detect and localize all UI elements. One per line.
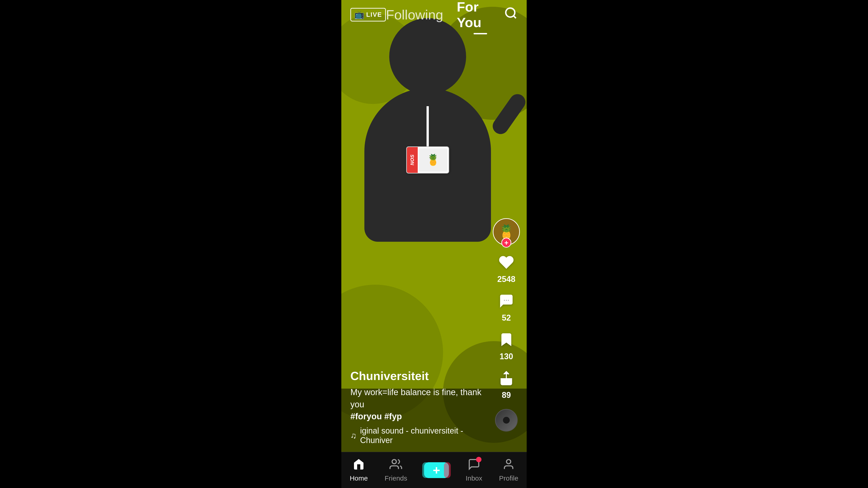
- app-screen: NOS 🍍 📺 LIVE Following For You: [341, 0, 527, 488]
- share-icon: [498, 370, 514, 389]
- music-note-icon: ♫: [350, 431, 356, 440]
- bottom-navigation: Home Friends +: [341, 452, 527, 488]
- svg-line-1: [514, 16, 516, 18]
- svg-point-7: [506, 459, 511, 464]
- tab-following[interactable]: Following: [386, 5, 443, 25]
- badge-red-section: NOS: [407, 147, 418, 173]
- bookmarks-count: 130: [500, 352, 513, 361]
- profile-icon: [502, 458, 515, 473]
- person-figure: NOS 🍍: [364, 18, 491, 242]
- lanyard-strap: [427, 106, 429, 147]
- plus-icon: +: [433, 463, 440, 477]
- nav-create[interactable]: +: [424, 462, 449, 478]
- person-body: NOS 🍍: [364, 88, 491, 242]
- nav-friends[interactable]: Friends: [384, 458, 407, 482]
- top-navigation: 📺 LIVE Following For You: [341, 0, 527, 29]
- home-icon: [352, 458, 365, 473]
- home-label: Home: [350, 475, 368, 482]
- nav-profile[interactable]: Profile: [499, 458, 518, 482]
- shares-count: 89: [502, 390, 511, 400]
- video-caption: My work=life balance is fine, thank you …: [350, 386, 482, 422]
- phone-container: NOS 🍍 📺 LIVE Following For You: [276, 0, 592, 488]
- bottom-info-panel: Chuniversiteit My work=life balance is f…: [341, 362, 491, 452]
- badge: NOS 🍍: [406, 147, 449, 173]
- action-sidebar: 🍍 + 2548: [493, 218, 520, 431]
- badge-nos-text: NOS: [409, 155, 415, 165]
- badge-content: 🍍: [418, 148, 447, 172]
- heart-icon: [498, 254, 514, 273]
- share-action[interactable]: 89: [498, 370, 514, 400]
- nav-home[interactable]: Home: [350, 458, 368, 482]
- friends-icon: [390, 458, 402, 473]
- svg-point-4: [508, 300, 509, 301]
- svg-point-0: [506, 8, 515, 17]
- creator-avatar-container[interactable]: 🍍 +: [493, 218, 520, 246]
- tv-icon: 📺: [354, 10, 364, 20]
- create-button[interactable]: +: [424, 462, 449, 478]
- comments-count: 52: [502, 313, 511, 323]
- comment-icon: [498, 293, 514, 311]
- friends-label: Friends: [384, 475, 407, 482]
- live-label: LIVE: [366, 11, 382, 18]
- inbox-notification-dot: [476, 457, 482, 462]
- like-action[interactable]: 2548: [497, 254, 515, 284]
- inbox-label: Inbox: [466, 475, 482, 482]
- sound-bar[interactable]: ♫ iginal sound - chuniversiteit - Chuniv…: [350, 426, 482, 445]
- svg-point-6: [392, 459, 397, 464]
- search-button[interactable]: [504, 6, 518, 23]
- bookmark-action[interactable]: 130: [498, 332, 514, 361]
- lanyard: NOS 🍍: [406, 106, 449, 173]
- nav-tabs: Following For You: [386, 0, 504, 33]
- music-disc: [495, 409, 518, 431]
- profile-label: Profile: [499, 475, 518, 482]
- comment-action[interactable]: 52: [498, 293, 514, 323]
- creator-name[interactable]: Chuniversiteit: [350, 369, 482, 383]
- follow-plus-button[interactable]: +: [501, 238, 511, 248]
- likes-count: 2548: [497, 274, 515, 284]
- caption-text: My work=life balance is fine, thank you: [350, 387, 482, 409]
- tab-for-you[interactable]: For You: [457, 0, 504, 33]
- svg-point-2: [504, 300, 505, 301]
- music-disc-center: [503, 417, 510, 424]
- live-button[interactable]: 📺 LIVE: [350, 8, 386, 22]
- sound-text: iginal sound - chuniversiteit - Chuniver: [360, 426, 482, 445]
- svg-point-3: [506, 300, 507, 301]
- hashtags[interactable]: #foryou #fyp: [350, 412, 402, 421]
- bookmark-icon: [498, 332, 514, 350]
- nav-inbox[interactable]: Inbox: [466, 458, 482, 482]
